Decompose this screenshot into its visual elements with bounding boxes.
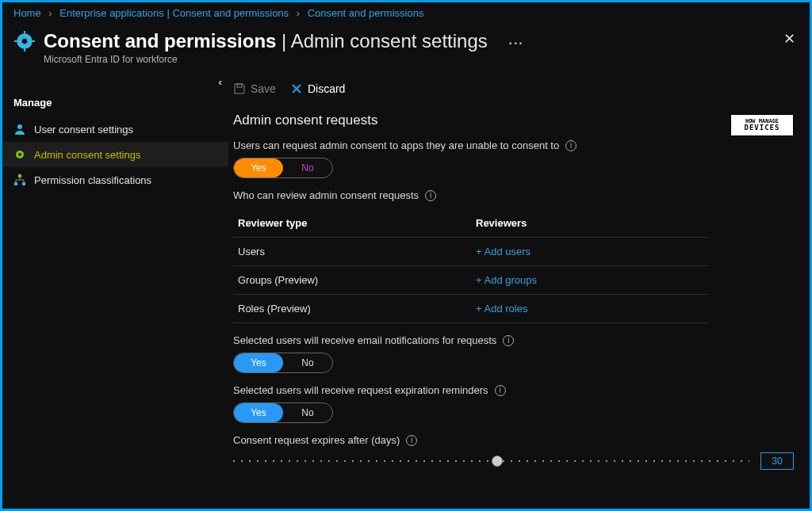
cell-type: Users — [233, 238, 471, 265]
svg-rect-10 — [14, 182, 17, 185]
toolbar: Save Discard — [233, 79, 794, 108]
sidebar-item-permission-classifications[interactable]: Permission classifications — [2, 167, 228, 193]
breadcrumb-sep: › — [48, 7, 52, 19]
toggle-no[interactable]: No — [283, 353, 332, 372]
field-label-expiration-reminders: Selected users will receive request expi… — [233, 384, 794, 396]
toggle-email-notify[interactable]: Yes No — [233, 353, 333, 373]
reviewer-table: Reviewer type Reviewers Users + Add user… — [233, 209, 709, 323]
svg-point-1 — [22, 39, 28, 44]
expires-value-input[interactable]: 30 — [760, 452, 794, 470]
breadcrumb: Home › Enterprise applications | Consent… — [2, 2, 810, 24]
breadcrumb-item-1[interactable]: Enterprise applications | Consent and pe… — [59, 7, 289, 19]
sidebar-item-admin-consent[interactable]: Admin consent settings — [2, 142, 228, 167]
field-label-reviewers: Who can review admin consent requests i — [233, 189, 794, 201]
sidebar-item-user-consent[interactable]: User consent settings — [2, 116, 228, 142]
svg-point-8 — [18, 153, 21, 156]
svg-rect-2 — [24, 31, 25, 34]
main-content: Save Discard HOW MANAGE DEVICES Admin co… — [228, 76, 810, 511]
cell-type: Groups (Preview) — [233, 266, 471, 294]
discard-button[interactable]: Discard — [290, 82, 345, 95]
table-row: Groups (Preview) + Add groups — [233, 266, 709, 295]
sidebar-item-label: Admin consent settings — [34, 149, 140, 161]
toggle-request-consent[interactable]: Yes No — [233, 158, 333, 178]
field-label-request-consent: Users can request admin consent to apps … — [233, 139, 794, 151]
svg-rect-11 — [22, 182, 25, 185]
page-header: Consent and permissions | Admin consent … — [2, 24, 810, 76]
more-actions[interactable]: ··· — [508, 36, 523, 50]
user-icon — [13, 123, 26, 135]
svg-rect-12 — [237, 84, 242, 87]
breadcrumb-home[interactable]: Home — [13, 7, 41, 19]
sidebar-heading: Manage — [2, 81, 228, 116]
collapse-sidebar-icon[interactable]: ‹‹ — [218, 76, 219, 88]
watermark-badge: HOW MANAGE DEVICES — [730, 114, 794, 136]
col-header-reviewers: Reviewers — [471, 209, 709, 237]
gear-icon — [13, 30, 36, 52]
svg-rect-9 — [18, 174, 21, 177]
sidebar: ‹‹ Manage User consent settings Admin co… — [2, 76, 228, 511]
info-icon[interactable]: i — [565, 140, 576, 151]
expires-slider[interactable] — [233, 456, 749, 467]
add-users-link[interactable]: + Add users — [471, 238, 709, 265]
gear-icon — [13, 148, 26, 161]
toggle-yes[interactable]: Yes — [234, 158, 283, 177]
hierarchy-icon — [13, 174, 26, 186]
breadcrumb-sep: › — [297, 7, 300, 19]
svg-rect-5 — [32, 40, 35, 42]
toggle-no[interactable]: No — [283, 403, 332, 422]
add-roles-link[interactable]: + Add roles — [471, 295, 709, 322]
field-label-email-notify: Selected users will receive email notifi… — [233, 334, 794, 346]
svg-rect-4 — [14, 40, 17, 42]
svg-point-6 — [17, 124, 22, 129]
info-icon[interactable]: i — [425, 190, 436, 201]
breadcrumb-item-2[interactable]: Consent and permissions — [308, 7, 424, 19]
table-row: Roles (Preview) + Add roles — [233, 295, 709, 323]
section-title: Admin consent requests — [233, 112, 794, 128]
page-title: Consent and permissions | Admin consent … — [44, 30, 524, 52]
toggle-expiration-reminders[interactable]: Yes No — [233, 402, 333, 423]
table-row: Users + Add users — [233, 238, 709, 266]
field-label-expires-after: Consent request expires after (days) i — [233, 434, 794, 446]
close-icon[interactable]: ✕ — [783, 30, 795, 48]
cell-type: Roles (Preview) — [233, 295, 471, 322]
info-icon[interactable]: i — [406, 435, 417, 446]
add-groups-link[interactable]: + Add groups — [471, 266, 709, 294]
slider-thumb[interactable] — [492, 456, 503, 467]
toggle-yes[interactable]: Yes — [234, 353, 283, 372]
toggle-no[interactable]: No — [283, 158, 332, 177]
info-icon[interactable]: i — [503, 335, 514, 346]
save-button[interactable]: Save — [233, 82, 276, 95]
svg-rect-3 — [24, 48, 25, 51]
col-header-type: Reviewer type — [233, 209, 471, 237]
sidebar-item-label: Permission classifications — [34, 174, 151, 186]
toggle-yes[interactable]: Yes — [234, 403, 283, 422]
sidebar-item-label: User consent settings — [34, 124, 133, 135]
info-icon[interactable]: i — [495, 385, 506, 396]
page-subtitle: Microsoft Entra ID for workforce — [44, 54, 524, 65]
